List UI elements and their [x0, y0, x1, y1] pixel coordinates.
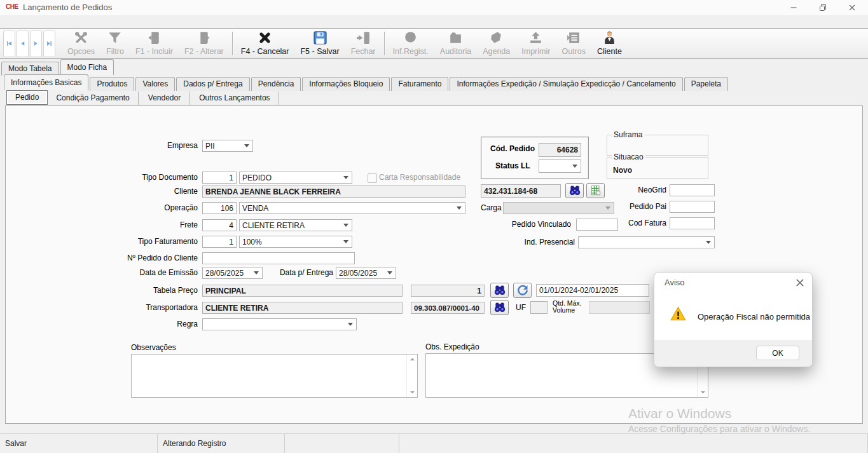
status-ll-combo[interactable]: [539, 159, 581, 173]
cod-pedido-value: 64628: [539, 143, 581, 157]
cliente-grid-button[interactable]: [586, 183, 605, 198]
tipo-faturamento-value: 100%: [242, 238, 262, 247]
record-navigator: [3, 29, 57, 58]
print-upload-icon: [528, 30, 544, 46]
suframa-label: Suframa: [612, 130, 644, 139]
minimize-icon: [790, 4, 797, 11]
toolbar-button-label: Outros: [561, 47, 586, 56]
tabela-preco-label: Tabela Preço: [102, 285, 198, 297]
imprimir-button[interactable]: Imprimir: [516, 29, 556, 58]
inf-regist-button[interactable]: Inf.Regist.: [387, 29, 434, 58]
tab-outros-lan-amentos[interactable]: Outros Lançamentos: [191, 91, 279, 105]
aviso-dialog: Aviso Operação Fiscal não permitida OK: [654, 272, 813, 367]
minimize-button[interactable]: [779, 0, 808, 15]
tipo-faturamento-combo[interactable]: 100%: [239, 236, 352, 248]
f2-alterar-button[interactable]: F2 - Alterar: [179, 29, 230, 58]
empresa-label: Empresa: [102, 140, 198, 152]
cliente-search-button[interactable]: [565, 183, 584, 198]
tipo-documento-code-field[interactable]: 1: [202, 172, 237, 184]
num-pedido-cliente-field[interactable]: [202, 252, 355, 264]
tab-dados-p-entrega[interactable]: Dados p/ Entrega: [176, 77, 249, 91]
restore-button[interactable]: [808, 0, 837, 15]
status-ll-label: Status LL: [495, 160, 530, 172]
f4-cancelar-button[interactable]: F4 - Cancelar: [235, 29, 295, 58]
tipo-documento-value: PEDIDO: [242, 173, 272, 182]
refresh-icon: [516, 284, 529, 297]
tabela-preco-search-button[interactable]: [490, 283, 509, 298]
scroll-up-icon[interactable]: [410, 356, 415, 362]
empresa-combo[interactable]: PII: [202, 140, 253, 152]
tabela-preco-refresh-button[interactable]: [513, 283, 532, 298]
tab-papeleta[interactable]: Papeleta: [684, 77, 728, 91]
dialog-ok-button[interactable]: OK: [756, 346, 799, 360]
tab-faturamento[interactable]: Faturamento: [391, 77, 448, 91]
tipo-faturamento-label: Tipo Faturamento: [102, 236, 198, 248]
nav-previous-button[interactable]: [17, 30, 29, 57]
close-button[interactable]: [837, 0, 867, 15]
tab-pedido[interactable]: Pedido: [6, 90, 48, 105]
tabela-preco-vigencia-field[interactable]: 01/01/2024-02/01/2025: [536, 284, 649, 297]
pedido-pai-field[interactable]: [670, 201, 715, 213]
wrench-icon: [73, 30, 89, 46]
dialog-close-button[interactable]: [794, 277, 806, 288]
operacao-value: VENDA: [242, 204, 268, 213]
scroll-down-icon[interactable]: [700, 389, 706, 395]
tab-valores[interactable]: Valores: [135, 77, 175, 91]
tipo-faturamento-code-field[interactable]: 1: [202, 236, 237, 248]
chevron-down-icon: [387, 271, 392, 274]
carta-responsabilidade-label: Carta Responsabilidade: [379, 172, 460, 184]
data-entrega-combo[interactable]: 28/05/2025: [336, 267, 396, 279]
outros-button[interactable]: Outros: [556, 29, 591, 58]
exit-icon: [355, 30, 371, 46]
tab-condi-o-pagamento[interactable]: Condição Pagamento: [48, 91, 138, 105]
f1-incluir-button[interactable]: F1 - Incluir: [130, 29, 179, 58]
cliente-button[interactable]: Cliente: [591, 29, 628, 58]
transportadora-search-button[interactable]: [490, 300, 509, 315]
chevron-down-icon: [343, 176, 348, 179]
operacao-label: Operação: [102, 202, 198, 214]
tab-informa-es-expedi-o-simula-o-expedic-o-cancelamento[interactable]: Informações Expedição / Simulação Expedi…: [450, 77, 682, 91]
tab-vendedor[interactable]: Vendedor: [140, 91, 189, 105]
note-icon: [488, 30, 504, 46]
observacoes-scrollbar[interactable]: [406, 355, 417, 397]
neogrid-field[interactable]: [670, 184, 715, 196]
empty-toolbar-strip: [0, 15, 868, 28]
tab-informa-es-bloqueio[interactable]: Informações Bloqueio: [302, 77, 390, 91]
dialog-message: Operação Fiscal não permitida: [698, 312, 810, 321]
operacao-combo[interactable]: VENDA: [239, 202, 465, 214]
qtd-max-label-line2: Volume: [553, 307, 575, 314]
filtro-button[interactable]: Filtro: [100, 29, 130, 58]
tab-produtos[interactable]: Produtos: [90, 77, 134, 91]
tab-modo-tabela[interactable]: Modo Tabela: [1, 62, 59, 76]
ind-presencial-label: Ind. Presencial: [479, 236, 575, 248]
main-toolbar: OpcoesFiltroF1 - IncluirF2 - AlterarF4 -…: [0, 28, 868, 59]
obs-expedicao-label: Obs. Expedição: [425, 341, 479, 353]
cod-fatura-field[interactable]: [670, 217, 715, 229]
scroll-down-icon[interactable]: [410, 389, 415, 395]
dialog-footer: OK: [654, 340, 812, 367]
carta-responsabilidade-checkbox[interactable]: [368, 173, 377, 183]
nav-first-button[interactable]: [3, 30, 15, 57]
opcoes-button[interactable]: Opcoes: [62, 29, 100, 58]
agenda-button[interactable]: Agenda: [477, 29, 516, 58]
f5-salvar-button[interactable]: F5 - Salvar: [294, 29, 345, 58]
frete-value: CLIENTE RETIRA: [242, 221, 305, 230]
frete-combo[interactable]: CLIENTE RETIRA: [239, 219, 352, 231]
situacao-value: Novo: [613, 166, 632, 175]
auditoria-button[interactable]: Auditoria: [434, 29, 477, 58]
fechar-button[interactable]: Fechar: [345, 29, 382, 58]
tab-informa-es-basicas[interactable]: Informações Basicas: [4, 74, 88, 90]
observacoes-textarea[interactable]: [131, 354, 418, 398]
nav-next-button[interactable]: [30, 30, 42, 57]
tipo-documento-combo[interactable]: PEDIDO: [239, 172, 352, 184]
nav-last-button[interactable]: [43, 30, 55, 57]
toolbar-button-label: F1 - Incluir: [135, 47, 173, 56]
operacao-code-field[interactable]: 106: [202, 202, 237, 214]
regra-combo[interactable]: [202, 318, 357, 330]
tab-pend-ncia[interactable]: Pendência: [251, 77, 301, 91]
record-circle-icon: [403, 30, 418, 46]
spreadsheet-icon: [589, 184, 602, 197]
frete-code-field[interactable]: 4: [202, 219, 237, 231]
ind-presencial-combo[interactable]: [578, 236, 715, 248]
tab-modo-ficha[interactable]: Modo Ficha: [60, 59, 114, 75]
